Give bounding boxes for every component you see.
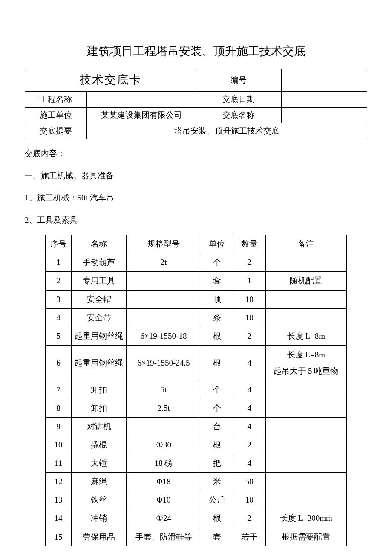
- topic-name-value: [282, 107, 367, 123]
- cell-spec: 18 磅: [127, 454, 201, 473]
- cell-idx: 5: [46, 327, 72, 345]
- cell-spec: Φ18: [127, 473, 201, 491]
- table-row: 14冲销①24根2长度 L=300mm: [46, 509, 347, 528]
- cell-unit: 个: [201, 399, 233, 417]
- cell-idx: 3: [46, 290, 72, 308]
- cell-qty: 4: [233, 381, 265, 399]
- cell-unit: 米: [201, 473, 233, 491]
- cell-spec: 2.5t: [127, 399, 201, 417]
- cell-name: 卸扣: [72, 399, 127, 417]
- cell-qty: 1: [233, 272, 265, 290]
- cell-name: 撬棍: [72, 436, 127, 454]
- table-row: 12麻绳Φ18米50: [46, 473, 347, 491]
- cell-qty: 50: [233, 473, 265, 491]
- cell-idx: 12: [46, 473, 72, 491]
- bianhao-value: [282, 69, 367, 91]
- cell-qty: 2: [233, 327, 265, 345]
- after-table-note: 对所使用的 50t 汽车吊、索具、吊具进行全面的安全检查，确认完好无损方可使用。: [25, 553, 367, 555]
- bianhao-label: 编号: [196, 69, 282, 91]
- cell-unit: 根: [201, 345, 233, 381]
- cell-unit: 根: [201, 509, 233, 528]
- cell-spec: [127, 308, 201, 327]
- table-row: 6起重用钢丝绳6×19-1550-24.5根4长度 L=8m起吊大于 5 吨重物: [46, 345, 347, 381]
- cell-note: [265, 454, 346, 473]
- cell-note: [265, 491, 346, 509]
- cell-idx: 4: [46, 308, 72, 327]
- cell-note: [265, 473, 346, 491]
- cell-idx: 6: [46, 345, 72, 381]
- table-row: 10撬棍①30根2: [46, 436, 347, 454]
- project-name-label: 工程名称: [25, 91, 87, 107]
- cell-unit: 条: [201, 308, 233, 327]
- cell-unit: 把: [201, 454, 233, 473]
- cell-unit: 套: [201, 272, 233, 290]
- cell-idx: 15: [46, 528, 72, 546]
- project-name-value: [86, 91, 196, 107]
- table-row: 3安全帽顶10: [46, 290, 347, 308]
- section-1-item-2: 2、工具及索具: [25, 212, 367, 228]
- table-row: 9对讲机台4: [46, 418, 347, 436]
- col-header-qty: 数量: [233, 235, 265, 253]
- summary-label: 交底提要: [25, 123, 87, 139]
- cell-spec: [127, 272, 201, 290]
- cell-qty: 4: [233, 399, 265, 417]
- table-row: 7卸扣5t个4: [46, 381, 347, 399]
- cell-qty: 若干: [233, 528, 265, 546]
- cell-spec: 6×19-1550-18: [127, 327, 201, 345]
- cell-name: 安全帽: [72, 290, 127, 308]
- cell-note: 根据需要配置: [265, 528, 346, 546]
- col-header-name: 名称: [72, 235, 127, 253]
- summary-value: 塔吊安装、顶升施工技术交底: [86, 123, 367, 139]
- cell-idx: 11: [46, 454, 72, 473]
- cell-qty: 10: [233, 308, 265, 327]
- cell-name: 专用工具: [72, 272, 127, 290]
- cell-unit: 根: [201, 436, 233, 454]
- cell-unit: 公斤: [201, 491, 233, 509]
- content-label: 交底内容：: [25, 146, 367, 161]
- cell-unit: 套: [201, 528, 233, 546]
- cell-note: [265, 418, 346, 436]
- cell-name: 手动葫芦: [72, 253, 127, 272]
- cell-spec: 5t: [127, 381, 201, 399]
- info-card-table: 技术交底卡 编号 工程名称 交底日期 施工单位 某某建设集团有限公司 交底名称 …: [25, 69, 367, 139]
- cell-qty: 2: [233, 253, 265, 272]
- cell-idx: 10: [46, 436, 72, 454]
- cell-note: [265, 436, 346, 454]
- date-label: 交底日期: [196, 91, 282, 107]
- cell-name: 冲销: [72, 509, 127, 528]
- table-row: 15劳保用品手套、防滑鞋等套若干根据需要配置: [46, 528, 347, 546]
- tools-header-row: 序号 名称 规格型号 单位 数量 备注: [46, 235, 347, 253]
- cell-spec: ①30: [127, 436, 201, 454]
- cell-note: 长度 L=300mm: [265, 509, 346, 528]
- cell-unit: 个: [201, 381, 233, 399]
- cell-name: 安全带: [72, 308, 127, 327]
- cell-spec: 手套、防滑鞋等: [127, 528, 201, 546]
- topic-name-label: 交底名称: [196, 107, 282, 123]
- cell-spec: ①24: [127, 509, 201, 528]
- cell-name: 起重用钢丝绳: [72, 345, 127, 381]
- cell-spec: 2t: [127, 253, 201, 272]
- cell-spec: 6×19-1550-24.5: [127, 345, 201, 381]
- cell-qty: 2: [233, 436, 265, 454]
- cell-name: 麻绳: [72, 473, 127, 491]
- cell-name: 铁丝: [72, 491, 127, 509]
- page-title: 建筑项目工程塔吊安装、顶升施工技术交底: [25, 41, 367, 62]
- cell-idx: 2: [46, 272, 72, 290]
- unit-label: 施工单位: [25, 107, 87, 123]
- cell-unit: 根: [201, 327, 233, 345]
- table-row: 8卸扣2.5t个4: [46, 399, 347, 417]
- cell-name: 大锤: [72, 454, 127, 473]
- col-header-index: 序号: [46, 235, 72, 253]
- cell-unit: 顶: [201, 290, 233, 308]
- cell-idx: 13: [46, 491, 72, 509]
- unit-value: 某某建设集团有限公司: [86, 107, 196, 123]
- cell-spec: Φ10: [127, 491, 201, 509]
- cell-idx: 14: [46, 509, 72, 528]
- cell-name: 劳保用品: [72, 528, 127, 546]
- table-row: 11大锤18 磅把4: [46, 454, 347, 473]
- date-value: [282, 91, 367, 107]
- cell-unit: 台: [201, 418, 233, 436]
- cell-idx: 9: [46, 418, 72, 436]
- cell-qty: 2: [233, 509, 265, 528]
- cell-note: 随机配置: [265, 272, 346, 290]
